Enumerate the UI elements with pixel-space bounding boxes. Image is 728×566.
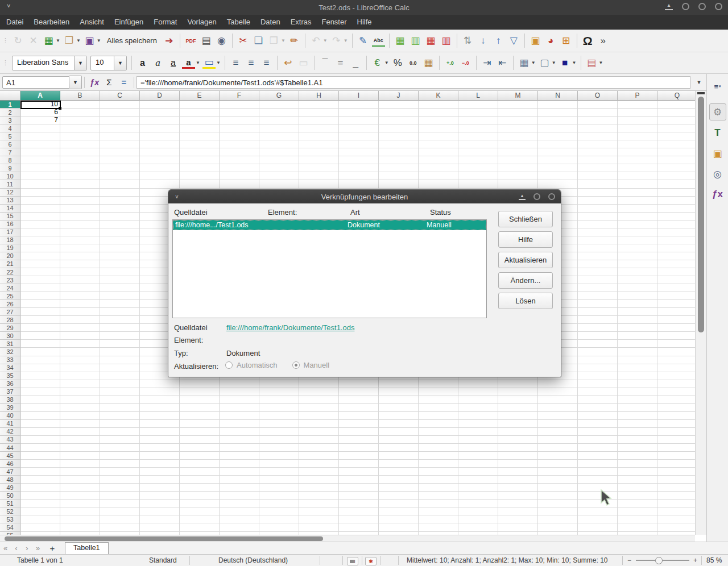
column-header-q[interactable]: Q bbox=[657, 91, 695, 101]
bold-button[interactable]: a bbox=[135, 56, 150, 70]
cell-q22[interactable] bbox=[657, 268, 695, 276]
cell-p11[interactable] bbox=[618, 180, 657, 188]
column-header-n[interactable]: N bbox=[538, 91, 578, 101]
cell-q26[interactable] bbox=[657, 300, 695, 308]
cell-k39[interactable] bbox=[419, 404, 458, 412]
cell-a11[interactable] bbox=[20, 180, 60, 188]
cell-i10[interactable] bbox=[339, 172, 379, 180]
new-spreadsheet-button[interactable]: ▦▼ bbox=[42, 34, 61, 48]
cell-d51[interactable] bbox=[140, 500, 180, 507]
row-header-5[interactable]: 5 bbox=[0, 132, 20, 140]
cell-o37[interactable] bbox=[578, 388, 618, 396]
sort-ascending-button[interactable]: ↑ bbox=[491, 34, 506, 48]
cell-c54[interactable] bbox=[100, 523, 140, 531]
cell-p53[interactable] bbox=[618, 515, 657, 523]
cell-b23[interactable] bbox=[60, 276, 100, 284]
cell-a12[interactable] bbox=[20, 189, 60, 197]
copy-button[interactable]: ❏ bbox=[251, 34, 266, 48]
cell-n43[interactable] bbox=[538, 436, 578, 444]
cell-c7[interactable] bbox=[100, 148, 140, 156]
cell-d4[interactable] bbox=[140, 124, 180, 132]
cell-l42[interactable] bbox=[458, 428, 498, 436]
cell-l9[interactable] bbox=[458, 164, 498, 172]
cell-n5[interactable] bbox=[538, 132, 578, 140]
cell-a42[interactable] bbox=[20, 428, 60, 436]
cell-m49[interactable] bbox=[498, 484, 538, 492]
cell-c26[interactable] bbox=[100, 300, 140, 308]
cell-p4[interactable] bbox=[618, 124, 657, 132]
equals-icon[interactable]: = bbox=[117, 77, 131, 87]
cell-j37[interactable] bbox=[379, 388, 419, 396]
cell-q8[interactable] bbox=[657, 156, 695, 164]
cell-q24[interactable] bbox=[657, 284, 695, 292]
row-header-15[interactable]: 15 bbox=[0, 213, 20, 220]
split-handle[interactable] bbox=[697, 92, 705, 94]
cell-d6[interactable] bbox=[140, 140, 180, 148]
cell-o2[interactable] bbox=[578, 109, 618, 116]
find-replace-button[interactable]: ✎ bbox=[356, 34, 370, 48]
underline-button[interactable]: a bbox=[166, 56, 180, 70]
cell-q20[interactable] bbox=[657, 252, 695, 260]
cell-p18[interactable] bbox=[618, 236, 657, 244]
cell-d49[interactable] bbox=[140, 484, 180, 492]
cell-a14[interactable] bbox=[20, 205, 60, 213]
cell-h41[interactable] bbox=[299, 420, 339, 428]
cell-p2[interactable] bbox=[618, 109, 657, 116]
cell-k2[interactable] bbox=[419, 109, 458, 116]
cell-b29[interactable] bbox=[60, 324, 100, 332]
cell-a39[interactable] bbox=[20, 404, 60, 412]
cell-q42[interactable] bbox=[657, 428, 695, 436]
align-vcenter-button[interactable]: = bbox=[333, 56, 348, 70]
close-button[interactable]: Schließen bbox=[498, 211, 553, 227]
row-header-45[interactable]: 45 bbox=[0, 452, 20, 460]
cell-l6[interactable] bbox=[458, 140, 498, 148]
cell-b3[interactable] bbox=[60, 116, 100, 124]
cell-j5[interactable] bbox=[379, 132, 419, 140]
cell-p15[interactable] bbox=[618, 213, 657, 220]
cell-b25[interactable] bbox=[60, 292, 100, 300]
cell-q32[interactable] bbox=[657, 348, 695, 356]
row-header-33[interactable]: 33 bbox=[0, 356, 20, 364]
cell-m42[interactable] bbox=[498, 428, 538, 436]
chevron-down-icon[interactable]: ▼ bbox=[69, 76, 82, 89]
cell-n37[interactable] bbox=[538, 388, 578, 396]
italic-button[interactable]: a bbox=[151, 56, 165, 70]
print-button[interactable]: ▤ bbox=[199, 34, 213, 48]
cell-n38[interactable] bbox=[538, 396, 578, 404]
cell-a22[interactable] bbox=[20, 268, 60, 276]
column-header-a[interactable]: A bbox=[20, 91, 60, 101]
cell-p29[interactable] bbox=[618, 324, 657, 332]
cell-k54[interactable] bbox=[419, 523, 458, 531]
cell-h46[interactable] bbox=[299, 460, 339, 468]
cell-c2[interactable] bbox=[100, 109, 140, 116]
cell-q21[interactable] bbox=[657, 260, 695, 268]
cell-n6[interactable] bbox=[538, 140, 578, 148]
cell-c49[interactable] bbox=[100, 484, 140, 492]
cell-b52[interactable] bbox=[60, 507, 100, 515]
cell-g37[interactable] bbox=[259, 388, 299, 396]
align-bottom-button[interactable]: _ bbox=[349, 56, 363, 70]
cell-p31[interactable] bbox=[618, 340, 657, 348]
cell-f39[interactable] bbox=[220, 404, 259, 412]
highlight-color-button[interactable]: ▭▼ bbox=[202, 56, 221, 69]
column-header-j[interactable]: J bbox=[379, 91, 419, 101]
cell-h11[interactable] bbox=[299, 180, 339, 188]
cell-o30[interactable] bbox=[578, 332, 618, 340]
cell-c6[interactable] bbox=[100, 140, 140, 148]
cell-f3[interactable] bbox=[220, 116, 259, 124]
cell-j46[interactable] bbox=[379, 460, 419, 468]
number-format-button[interactable]: 0.0 bbox=[406, 56, 420, 70]
cell-q40[interactable] bbox=[657, 412, 695, 420]
special-character-button[interactable]: Ω bbox=[581, 34, 595, 48]
row-header-43[interactable]: 43 bbox=[0, 436, 20, 444]
cell-o47[interactable] bbox=[578, 468, 618, 476]
cell-p21[interactable] bbox=[618, 260, 657, 268]
cell-d50[interactable] bbox=[140, 492, 180, 500]
selection-mode-icon[interactable]: I bbox=[347, 557, 358, 565]
row-header-13[interactable]: 13 bbox=[0, 197, 20, 205]
cell-a53[interactable] bbox=[20, 515, 60, 523]
export-pdf-button[interactable]: PDF bbox=[184, 34, 198, 48]
menu-daten[interactable]: Daten bbox=[255, 15, 286, 28]
cell-i50[interactable] bbox=[339, 492, 379, 500]
cell-f42[interactable] bbox=[220, 428, 259, 436]
